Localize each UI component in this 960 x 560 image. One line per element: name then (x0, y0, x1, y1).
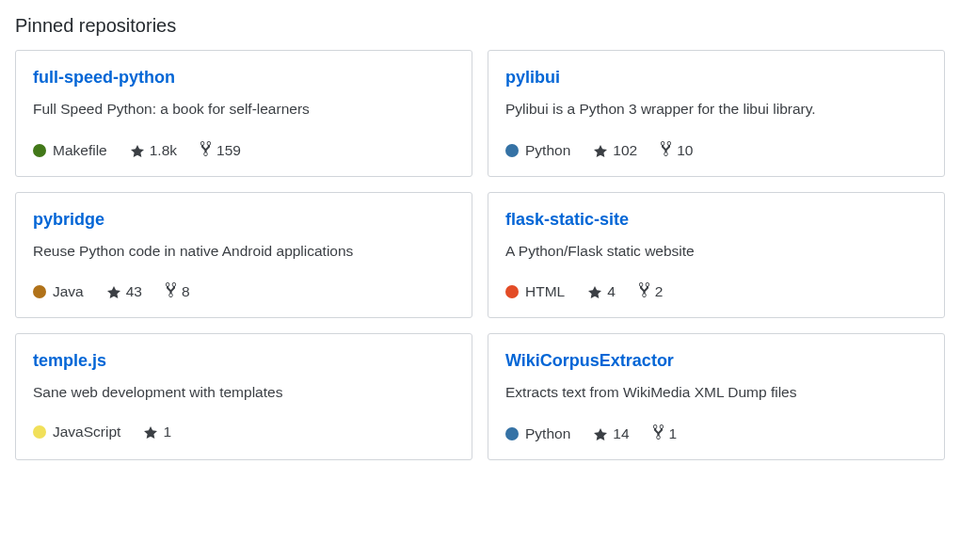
stargazers-link[interactable]: 4 (587, 283, 616, 300)
fork-icon (165, 281, 177, 302)
repo-card: full-speed-pythonFull Speed Python: a bo… (15, 50, 472, 177)
star-count: 43 (126, 283, 142, 300)
star-icon (593, 425, 608, 442)
repo-meta: HTML42 (505, 281, 927, 302)
fork-count: 2 (655, 283, 664, 300)
language-color-dot (505, 285, 519, 298)
section-title: Pinned repositories (15, 15, 945, 37)
repo-meta: Java438 (33, 281, 455, 302)
pinned-repo-grid: full-speed-pythonFull Speed Python: a bo… (15, 50, 945, 460)
repo-language: HTML (505, 283, 565, 300)
forks-link[interactable]: 8 (165, 281, 190, 302)
repo-name-link[interactable]: temple.js (33, 351, 106, 371)
repo-language: Makefile (33, 142, 107, 159)
repo-meta: Python10210 (505, 140, 927, 161)
stargazers-link[interactable]: 1.8k (130, 142, 177, 159)
language-label: HTML (525, 283, 565, 300)
repo-name-link[interactable]: pybridge (33, 210, 104, 230)
language-label: Python (525, 425, 570, 442)
language-color-dot (33, 285, 46, 298)
repo-name-link[interactable]: flask-static-site (505, 210, 629, 230)
repo-language: JavaScript (33, 424, 120, 440)
repo-name-link[interactable]: WikiCorpusExtractor (505, 351, 674, 371)
stargazers-link[interactable]: 102 (593, 142, 637, 159)
language-color-dot (505, 144, 519, 157)
stargazers-link[interactable]: 1 (143, 424, 171, 440)
stargazers-link[interactable]: 14 (593, 425, 629, 442)
repo-card: WikiCorpusExtractorExtracts text from Wi… (488, 333, 945, 460)
star-count: 102 (613, 142, 637, 159)
fork-icon (638, 281, 650, 302)
star-icon (106, 283, 121, 300)
language-label: Makefile (53, 142, 107, 159)
star-icon (143, 424, 158, 440)
star-count: 1 (163, 424, 171, 440)
repo-card: flask-static-siteA Python/Flask static w… (488, 192, 945, 319)
repo-description: Full Speed Python: a book for self-learn… (33, 99, 455, 120)
forks-link[interactable]: 2 (638, 281, 664, 302)
repo-description: Pylibui is a Python 3 wrapper for the li… (505, 99, 927, 120)
fork-icon (660, 140, 672, 161)
repo-meta: Python141 (505, 424, 927, 444)
repo-language: Python (505, 142, 570, 159)
language-color-dot (33, 425, 46, 439)
star-icon (130, 142, 145, 159)
fork-count: 159 (216, 142, 241, 159)
fork-icon (652, 424, 664, 444)
repo-description: Sane web development with templates (33, 382, 455, 403)
star-icon (593, 142, 608, 159)
language-label: Python (525, 142, 570, 159)
language-color-dot (505, 427, 519, 440)
repo-language: Python (505, 425, 570, 442)
repo-card: pybridgeReuse Python code in native Andr… (15, 192, 472, 319)
repo-description: A Python/Flask static website (505, 241, 927, 262)
fork-icon (200, 140, 212, 161)
fork-count: 8 (182, 283, 190, 300)
language-label: Java (53, 283, 84, 300)
forks-link[interactable]: 159 (200, 140, 241, 161)
language-label: JavaScript (53, 424, 120, 440)
repo-meta: JavaScript1 (33, 424, 455, 440)
star-count: 14 (613, 425, 629, 442)
repo-description: Reuse Python code in native Android appl… (33, 241, 455, 262)
repo-language: Java (33, 283, 84, 300)
fork-count: 1 (669, 425, 678, 442)
repo-name-link[interactable]: full-speed-python (33, 68, 175, 88)
star-count: 4 (607, 283, 616, 300)
star-icon (587, 283, 602, 300)
star-count: 1.8k (150, 142, 177, 159)
repo-name-link[interactable]: pylibui (505, 68, 560, 88)
forks-link[interactable]: 1 (652, 424, 678, 444)
forks-link[interactable]: 10 (660, 140, 693, 161)
stargazers-link[interactable]: 43 (106, 283, 142, 300)
language-color-dot (33, 144, 46, 157)
repo-card: pylibuiPylibui is a Python 3 wrapper for… (488, 50, 945, 177)
repo-meta: Makefile1.8k159 (33, 140, 455, 161)
repo-card: temple.jsSane web development with templ… (15, 333, 472, 460)
repo-description: Extracts text from WikiMedia XML Dump fi… (505, 382, 927, 403)
fork-count: 10 (677, 142, 693, 159)
